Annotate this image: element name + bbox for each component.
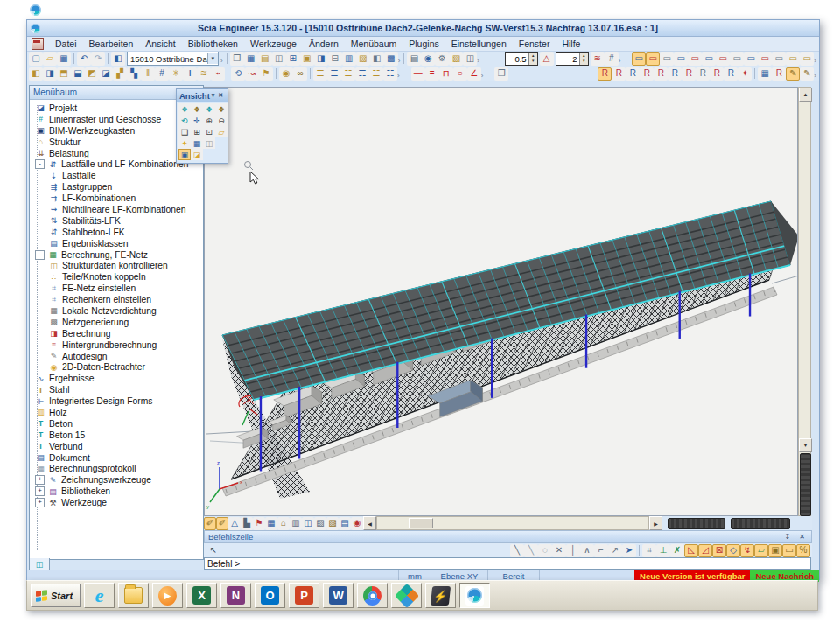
result-contact[interactable]: R — [682, 67, 696, 80]
opacity-spinner[interactable]: 0.5▴▾ — [505, 52, 538, 66]
tree-item[interactable]: ⇶Lastgruppen — [32, 181, 203, 192]
result-detail[interactable]: R — [710, 67, 724, 80]
eye-tool[interactable]: ◉ — [279, 67, 293, 80]
snap-endpoint[interactable]: ◺ — [684, 544, 698, 557]
result-window-9[interactable]: ▭ — [744, 52, 758, 66]
tree-item[interactable]: -▦Berechnung, FE-Netz — [32, 249, 203, 261]
menu-item-werkzeuge[interactable]: Werkzeuge — [244, 38, 303, 50]
excel-taskbar-button[interactable]: X — [186, 583, 217, 608]
word-taskbar-button[interactable]: W — [323, 583, 354, 608]
picture[interactable]: ◧ — [370, 52, 384, 66]
clipboard-2[interactable]: ▦ — [244, 52, 258, 66]
viewport-vscrollbar[interactable]: ▲▼ — [798, 87, 811, 516]
outlook-taskbar-button[interactable]: O — [255, 583, 285, 608]
tree-item[interactable]: TBeton 15 — [32, 430, 203, 441]
result-window-5[interactable]: ▭ — [688, 52, 702, 66]
snap-intersection[interactable]: ⊠ — [712, 544, 726, 557]
tree-item[interactable]: ▦Berechnungsprotokoll — [32, 464, 203, 475]
open-view[interactable]: ▱ — [215, 126, 228, 137]
snap-cursor[interactable]: ➤ — [622, 544, 636, 557]
section-tool-1[interactable]: ☰ — [313, 67, 327, 80]
tree-item[interactable]: TBeton — [32, 418, 203, 430]
view-params[interactable]: ▣ — [178, 149, 191, 160]
table-tool[interactable]: ▧ — [449, 52, 463, 66]
ansicht-palette-header[interactable]: Ansicht ▾ ✕ — [177, 89, 228, 102]
media-player-taskbar-button[interactable]: ▶ — [152, 583, 183, 608]
hatch-tool-2[interactable]: ▚ — [127, 67, 141, 80]
clipping-box[interactable]: ◫ — [203, 137, 215, 149]
menu-item-datei[interactable]: Datei — [49, 38, 83, 50]
hatch-tool-1[interactable]: ▞ — [113, 67, 127, 80]
result-reactions[interactable]: R — [668, 67, 682, 80]
snap-cut[interactable]: ✗ — [670, 544, 684, 557]
tree-item[interactable]: ∴Teile/Knoten koppeln — [32, 271, 203, 283]
star-tool[interactable]: ✳ — [169, 67, 183, 80]
vscroll-down-arrow[interactable]: ▼ — [799, 438, 812, 452]
tree-item[interactable]: ▩Netzgenerierung — [32, 317, 203, 328]
clipboard-1[interactable]: ❐ — [230, 52, 244, 66]
result-normal-forces[interactable]: R — [598, 67, 612, 80]
toggle-rendering[interactable]: ▥ — [290, 517, 302, 530]
snap-angle[interactable]: ∧ — [580, 544, 594, 557]
result-stress[interactable]: R — [654, 67, 668, 80]
snap-polyline[interactable]: ⌐ — [594, 544, 608, 557]
beam-tool-5[interactable]: ◩ — [85, 67, 99, 80]
render-settings[interactable]: ◪ — [191, 149, 203, 160]
view-tool-5[interactable]: ⊟ — [328, 52, 342, 66]
toggle-model-data[interactable]: ▦ — [265, 517, 277, 530]
toolbar-overflow-icon[interactable]: › — [619, 57, 621, 65]
snap-tangent[interactable]: ↯ — [740, 544, 754, 557]
tree-expander-minus[interactable]: - — [35, 250, 45, 260]
tree-item[interactable]: ✎Autodesign — [32, 351, 203, 362]
toggle-grid[interactable]: ▨ — [326, 517, 339, 530]
tree-item[interactable]: ▥Holz — [32, 407, 203, 418]
hscroll-thumb[interactable] — [409, 518, 433, 528]
zoom-window[interactable]: ❑ — [178, 126, 191, 137]
rotate-view[interactable]: ⟲ — [178, 115, 191, 126]
tree-item[interactable]: +⚒Werkzeuge — [32, 497, 203, 508]
view-axo-1[interactable]: ❖ — [178, 103, 191, 115]
vscroll-dark-thumb[interactable] — [800, 453, 811, 516]
hscroll-left-arrow[interactable]: ◀ — [363, 516, 376, 530]
redo[interactable]: ↷ — [91, 52, 105, 66]
settings-gear-icon[interactable]: ⚙ — [435, 52, 449, 66]
preview-doc-2[interactable]: ✎ — [800, 67, 814, 80]
menu-item-ansicht[interactable]: Ansicht — [139, 38, 181, 50]
view-tool-1[interactable]: ◫ — [272, 52, 286, 66]
snap-grid-dots[interactable]: ⌗ — [642, 544, 656, 557]
toggle-local-axes[interactable]: ◫ — [302, 517, 314, 530]
render-mode[interactable]: ▦ — [191, 137, 203, 149]
result-shear[interactable]: R — [612, 67, 626, 80]
rotate-tool[interactable]: ⟲ — [231, 67, 245, 80]
result-window-7[interactable]: ▭ — [716, 52, 730, 66]
result-window-2[interactable]: ▭ — [646, 52, 660, 66]
spin-down-icon[interactable]: ▾ — [529, 59, 537, 65]
beam-tool-1[interactable]: ◧ — [29, 67, 43, 80]
tree-item[interactable]: IStahl — [32, 384, 203, 396]
menu-item-plugins[interactable]: Plugins — [402, 38, 444, 50]
draw-circle[interactable]: ○ — [453, 67, 467, 80]
menu-item-hilfe[interactable]: Hilfe — [556, 38, 586, 50]
tree-item[interactable]: ▤Ergebnisklassen — [32, 238, 203, 249]
internet-explorer-taskbar-button[interactable]: e — [84, 583, 115, 608]
tree-item[interactable]: TVerbund — [32, 441, 203, 452]
spin-down-icon[interactable]: ▾ — [580, 59, 588, 65]
wave-tool[interactable]: ≋ — [197, 67, 211, 80]
palette-close-icon[interactable]: ✕ — [216, 92, 225, 99]
snap-edge[interactable]: ▱ — [754, 544, 768, 557]
car-tool[interactable]: ⌁ — [211, 67, 225, 80]
toolbar-overflow-icon[interactable]: › — [477, 57, 480, 65]
tree-item[interactable]: ⇝Nichtlineare LF-Kombinationen — [32, 204, 203, 215]
result-deform[interactable]: R — [640, 67, 654, 80]
result-moments[interactable]: R — [626, 67, 640, 80]
snap-ortho[interactable]: ⊥ — [656, 544, 670, 557]
result-combi[interactable]: R — [724, 67, 738, 80]
clean-tool[interactable]: ◫ — [463, 52, 477, 66]
menu-item-bearbeiten[interactable]: Bearbeiten — [83, 38, 140, 50]
snap-orthopoint[interactable]: ◇ — [726, 544, 740, 557]
toggle-results[interactable]: ◉ — [351, 517, 363, 530]
preview-doc-1[interactable]: ✎ — [786, 67, 800, 80]
view-pager-bar-1[interactable] — [668, 518, 725, 529]
draw-double-line[interactable]: = — [425, 67, 439, 80]
design-suite-taskbar-button[interactable] — [391, 583, 422, 608]
